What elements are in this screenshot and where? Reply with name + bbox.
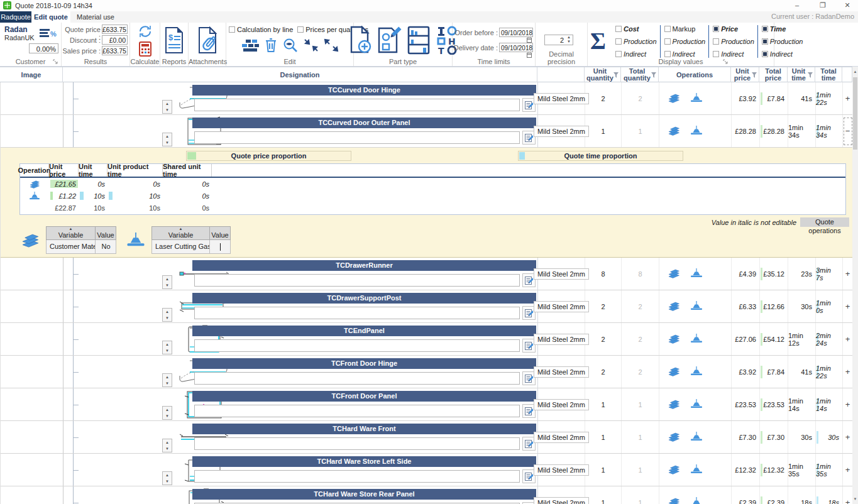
calculation-by-line-checkbox[interactable]: Calculation by line bbox=[229, 26, 293, 33]
unit-quantity-cell[interactable]: 1 bbox=[585, 454, 622, 486]
material-chip[interactable]: Mild Steel 2mm bbox=[534, 93, 589, 104]
quote-operations-button[interactable]: Quote operations bbox=[800, 217, 849, 227]
tab-edit-quote[interactable]: Edit quote bbox=[31, 11, 70, 23]
expand-row-button[interactable]: + bbox=[844, 358, 852, 386]
quantity-spinner[interactable]: ▲▼ bbox=[162, 308, 172, 322]
magnifier-eye-icon[interactable] bbox=[282, 38, 299, 54]
variable-value-cell[interactable] bbox=[209, 240, 231, 254]
material-chip[interactable]: Mild Steel 2mm bbox=[534, 399, 589, 410]
laser-cutting-operation-icon[interactable] bbox=[690, 432, 703, 443]
sheet-material-operation-icon[interactable] bbox=[668, 464, 680, 476]
column-header-unit-price[interactable]: Unit price bbox=[731, 67, 759, 82]
variable-column-header[interactable]: ▲Variable bbox=[46, 226, 95, 240]
delete-trash-icon[interactable] bbox=[265, 38, 277, 54]
column-header-total-price[interactable]: Total price bbox=[759, 67, 788, 82]
description-input[interactable] bbox=[194, 99, 520, 111]
display-value-checkbox-price[interactable]: Price bbox=[713, 25, 754, 33]
material-chip[interactable]: Mild Steel 2mm bbox=[534, 497, 589, 504]
description-input[interactable] bbox=[194, 307, 520, 319]
customer-discount-input[interactable]: 0.00% bbox=[29, 43, 58, 53]
display-value-checkbox-production[interactable]: Production bbox=[713, 38, 754, 45]
tab-material-use[interactable]: Material use bbox=[70, 11, 121, 23]
value-column-header[interactable]: Value bbox=[95, 226, 116, 240]
quantity-spinner[interactable]: ▲▼ bbox=[162, 471, 172, 485]
column-header-unit-quantity[interactable]: Unit quantity bbox=[585, 67, 621, 82]
discount-value[interactable]: £0.00 bbox=[102, 35, 128, 45]
expand-row-button[interactable]: + bbox=[844, 293, 852, 320]
description-input[interactable] bbox=[194, 372, 520, 385]
display-value-checkbox-markup[interactable]: Markup bbox=[664, 25, 706, 33]
laser-cutting-operation-icon[interactable] bbox=[690, 366, 703, 378]
sheet-material-operation-icon[interactable] bbox=[668, 432, 680, 443]
laser-cutting-operation-icon[interactable] bbox=[690, 497, 703, 504]
edit-part-icon[interactable] bbox=[377, 26, 402, 56]
column-header-designation[interactable]: Designation bbox=[63, 67, 537, 82]
column-header-operations[interactable]: Operations bbox=[659, 67, 731, 82]
laser-cutting-operation-icon[interactable] bbox=[690, 268, 703, 280]
expand-row-button[interactable]: + bbox=[844, 260, 852, 288]
filter-icon[interactable] bbox=[651, 72, 656, 79]
calculate-button[interactable] bbox=[130, 24, 160, 58]
expand-row-button[interactable]: + bbox=[844, 391, 852, 419]
variable-column-header[interactable]: ▲Variable bbox=[151, 226, 209, 240]
sheet-material-operation-icon[interactable] bbox=[20, 178, 49, 190]
unit-quantity-cell[interactable]: 1 bbox=[585, 486, 622, 504]
display-value-checkbox-indirect[interactable]: Indirect bbox=[713, 50, 754, 58]
order-before-input[interactable]: 09/10/2018 bbox=[499, 28, 533, 37]
description-input[interactable] bbox=[194, 131, 520, 144]
filter-icon[interactable] bbox=[613, 72, 619, 79]
close-button[interactable]: ✕ bbox=[838, 0, 857, 11]
expand-row-button[interactable]: + bbox=[844, 326, 852, 353]
sheet-material-operation-icon[interactable] bbox=[668, 497, 680, 504]
scroll-up-icon[interactable]: ▲ bbox=[852, 67, 858, 77]
description-input[interactable] bbox=[194, 437, 520, 450]
vertical-scrollbar[interactable]: ▲ ▼ bbox=[852, 67, 858, 504]
restore-button[interactable]: ❐ bbox=[813, 0, 832, 11]
quantity-spinner[interactable]: ▲▼ bbox=[162, 439, 172, 452]
expand-all-icon[interactable] bbox=[324, 38, 339, 53]
sheet-material-operation-icon[interactable] bbox=[668, 334, 680, 345]
material-chip[interactable]: Mild Steel 2mm bbox=[534, 268, 589, 280]
display-value-checkbox-cost[interactable]: Cost bbox=[615, 25, 657, 33]
description-input[interactable] bbox=[194, 405, 520, 417]
expand-row-button[interactable]: + bbox=[844, 489, 852, 504]
quantity-spinner[interactable]: ▲▼ bbox=[162, 341, 172, 354]
filter-icon[interactable] bbox=[752, 72, 757, 79]
column-header-total-time[interactable]: Total time bbox=[815, 67, 842, 82]
laser-cutting-operation-icon[interactable] bbox=[690, 464, 703, 476]
bricks-icon[interactable] bbox=[241, 38, 260, 53]
delivery-date-input[interactable]: 09/10/2018 bbox=[499, 43, 533, 52]
expand-row-button[interactable]: − bbox=[844, 118, 852, 145]
laser-cutting-operation-icon[interactable] bbox=[690, 334, 703, 345]
collapse-all-icon[interactable] bbox=[304, 38, 319, 53]
description-input[interactable] bbox=[194, 470, 520, 483]
description-input[interactable] bbox=[194, 339, 520, 352]
display-value-checkbox-indirect[interactable]: Indirect bbox=[664, 50, 706, 58]
unit-quantity-cell[interactable]: 2 bbox=[585, 290, 622, 322]
sheet-material-operation-icon[interactable] bbox=[668, 399, 680, 410]
expand-row-button[interactable]: + bbox=[844, 85, 852, 112]
quantity-spinner[interactable]: ▲▼ bbox=[162, 133, 172, 146]
display-value-checkbox-indirect[interactable]: Indirect bbox=[615, 50, 657, 58]
expand-row-button[interactable]: + bbox=[844, 424, 852, 451]
expand-row-button[interactable]: + bbox=[844, 456, 852, 484]
laser-cutting-operation-icon[interactable] bbox=[690, 399, 703, 410]
quantity-spinner[interactable]: ▲▼ bbox=[162, 275, 172, 289]
material-chip[interactable]: Mild Steel 2mm bbox=[534, 301, 589, 312]
column-header-unit-time[interactable]: Unit time bbox=[788, 67, 815, 82]
unit-quantity-cell[interactable]: 2 bbox=[585, 82, 622, 114]
material-chip[interactable]: Mild Steel 2mm bbox=[534, 334, 589, 345]
laser-cutting-operation-icon[interactable] bbox=[690, 126, 703, 137]
laser-cutting-operation-icon[interactable] bbox=[690, 301, 703, 312]
sheet-material-operation-icon[interactable] bbox=[668, 126, 680, 137]
sheet-material-operation-icon[interactable] bbox=[668, 301, 680, 312]
decimal-precision-spinner[interactable]: ▲▼ bbox=[566, 35, 572, 45]
column-header-total-quantity[interactable]: Total quantity bbox=[621, 67, 659, 82]
quote-price-value[interactable]: £633.75 bbox=[102, 25, 128, 34]
sheet-material-operation-icon[interactable] bbox=[668, 268, 680, 280]
unit-quantity-cell[interactable]: 8 bbox=[585, 258, 622, 290]
quantity-spinner[interactable]: ▲▼ bbox=[162, 100, 172, 114]
sheet-material-operation-icon[interactable] bbox=[668, 93, 680, 104]
description-input[interactable] bbox=[194, 274, 520, 287]
scrollbar-thumb[interactable] bbox=[853, 77, 857, 150]
